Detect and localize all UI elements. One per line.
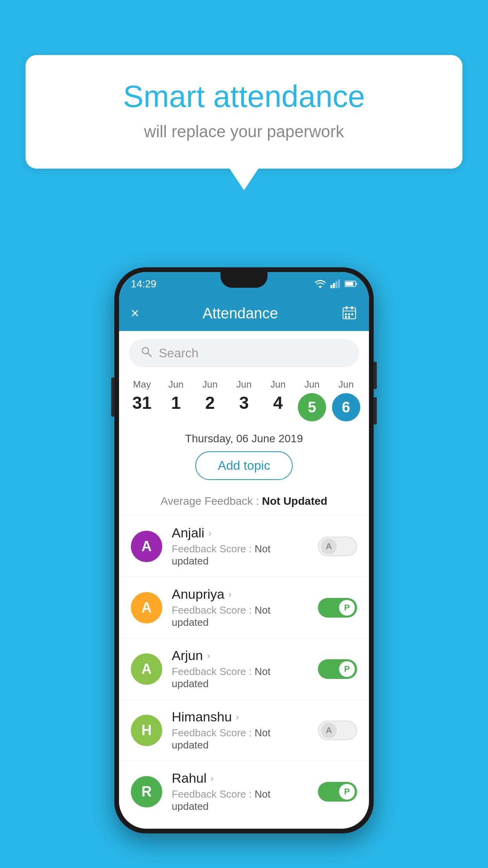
svg-rect-14: [345, 316, 347, 318]
battery-icon: [345, 280, 357, 287]
avg-feedback: Average Feedback : Not Updated: [119, 491, 369, 515]
date-cell-jun1[interactable]: Jun 1: [160, 379, 192, 421]
chevron-icon: ›: [207, 650, 210, 661]
attendance-toggle[interactable]: P: [318, 598, 357, 618]
chevron-icon: ›: [228, 589, 231, 600]
svg-rect-13: [351, 313, 353, 315]
search-bar: Search: [119, 331, 369, 371]
status-icons: [315, 280, 357, 288]
calendar-svg: [341, 305, 357, 320]
toggle-knob: P: [339, 661, 355, 677]
student-name: Rahul ›: [172, 771, 308, 786]
student-item[interactable]: H Himanshu › Feedback Score : Not update…: [119, 699, 369, 761]
student-avatar: R: [131, 776, 162, 807]
toggle-knob: A: [321, 539, 337, 554]
speech-bubble: Smart attendance will replace your paper…: [26, 55, 462, 169]
student-feedback: Feedback Score : Not updated: [172, 666, 308, 690]
signal-icon: [330, 280, 340, 288]
student-name: Anupriya ›: [172, 587, 308, 602]
svg-rect-11: [345, 313, 347, 315]
speech-bubble-container: Smart attendance will replace your paper…: [26, 55, 462, 169]
phone-frame: 14:29: [114, 267, 374, 833]
status-bar: 14:29: [119, 272, 369, 296]
chevron-icon: ›: [236, 712, 239, 723]
attendance-toggle[interactable]: A: [318, 537, 357, 556]
student-item[interactable]: A Arjun › Feedback Score : Not updated P: [119, 638, 369, 699]
search-icon: [141, 346, 152, 360]
student-info: Himanshu › Feedback Score : Not updated: [172, 709, 308, 751]
close-button[interactable]: ×: [131, 305, 139, 322]
student-feedback: Feedback Score : Not updated: [172, 788, 308, 813]
svg-rect-15: [348, 316, 350, 318]
svg-rect-2: [336, 281, 338, 288]
app-header: × Attendance: [119, 296, 369, 331]
volume-down-button: [374, 397, 377, 425]
search-input[interactable]: Search: [129, 339, 359, 367]
student-avatar: A: [131, 531, 162, 562]
student-avatar: H: [131, 715, 162, 746]
volume-up-button: [374, 362, 377, 389]
student-item[interactable]: R Rahul › Feedback Score : Not updated P: [119, 761, 369, 822]
student-feedback: Feedback Score : Not updated: [172, 727, 308, 751]
svg-rect-1: [333, 283, 335, 288]
svg-rect-5: [356, 283, 357, 285]
student-name: Anjali ›: [172, 525, 308, 541]
add-topic-button[interactable]: Add topic: [195, 451, 292, 480]
student-feedback: Feedback Score : Not updated: [172, 543, 308, 567]
student-info: Rahul › Feedback Score : Not updated: [172, 771, 308, 813]
svg-line-17: [148, 353, 151, 357]
student-name: Arjun ›: [172, 648, 308, 663]
student-feedback: Feedback Score : Not updated: [172, 604, 308, 629]
svg-rect-6: [345, 282, 353, 286]
wifi-icon: [315, 280, 326, 288]
student-list: A Anjali › Feedback Score : Not updated …: [119, 515, 369, 822]
chevron-icon: ›: [211, 773, 214, 784]
student-avatar: A: [131, 592, 162, 623]
phone-screen: 14:29: [119, 272, 369, 829]
attendance-toggle[interactable]: P: [318, 659, 357, 679]
date-cell-jun6[interactable]: Jun 6: [330, 379, 362, 421]
toggle-knob: P: [339, 784, 355, 800]
date-cell-may31[interactable]: May 31: [126, 379, 158, 421]
selected-date: Thursday, 06 June 2019: [119, 421, 369, 451]
toggle-knob: P: [339, 600, 355, 616]
student-item[interactable]: A Anjali › Feedback Score : Not updated …: [119, 515, 369, 577]
chevron-icon: ›: [208, 528, 211, 539]
status-time: 14:29: [131, 278, 156, 290]
svg-rect-3: [338, 280, 340, 288]
svg-rect-12: [348, 313, 350, 315]
student-item[interactable]: A Anupriya › Feedback Score : Not update…: [119, 577, 369, 638]
search-placeholder: Search: [159, 346, 198, 360]
student-info: Anjali › Feedback Score : Not updated: [172, 525, 308, 567]
date-cell-jun4[interactable]: Jun 4: [262, 379, 294, 421]
calendar-icon[interactable]: [341, 305, 357, 322]
attendance-toggle[interactable]: A: [318, 721, 357, 740]
date-cell-jun5[interactable]: Jun 5: [296, 379, 328, 421]
date-strip: May 31 Jun 1 Jun 2 Jun 3 Jun 4 Jun 5: [119, 371, 369, 421]
speech-bubble-subtitle: will replace your paperwork: [57, 122, 431, 141]
app-title: Attendance: [202, 305, 278, 322]
phone-notch: [220, 272, 268, 288]
student-info: Anupriya › Feedback Score : Not updated: [172, 587, 308, 629]
svg-rect-9: [346, 306, 347, 309]
speech-bubble-title: Smart attendance: [57, 79, 431, 114]
student-info: Arjun › Feedback Score : Not updated: [172, 648, 308, 690]
student-name: Himanshu ›: [172, 709, 308, 725]
date-cell-jun3[interactable]: Jun 3: [228, 379, 260, 421]
power-button: [111, 377, 114, 417]
search-svg: [141, 346, 152, 358]
attendance-toggle[interactable]: P: [318, 782, 357, 802]
date-cell-jun2[interactable]: Jun 2: [194, 379, 226, 421]
student-avatar: A: [131, 653, 162, 685]
svg-rect-10: [351, 306, 353, 309]
toggle-knob: A: [321, 723, 337, 738]
svg-rect-0: [330, 285, 332, 288]
